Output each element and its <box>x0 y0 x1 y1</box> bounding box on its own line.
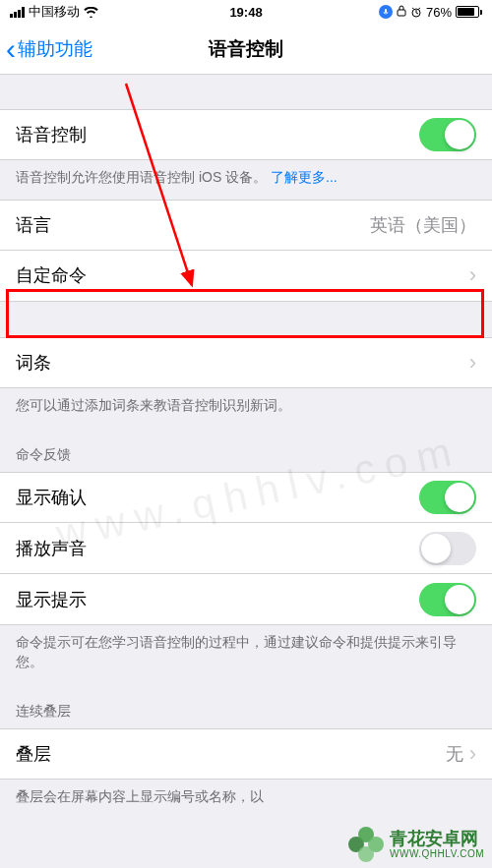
custom-commands-row[interactable]: 自定命令 › <box>0 251 492 302</box>
play-sound-row[interactable]: 播放声音 <box>0 523 492 574</box>
show-confirm-label: 显示确认 <box>16 486 87 509</box>
chevron-right-icon: › <box>469 350 476 376</box>
voice-control-row[interactable]: 语音控制 <box>0 109 492 160</box>
language-row[interactable]: 语言 英语（美国） <box>0 200 492 251</box>
voice-control-label: 语音控制 <box>16 123 87 146</box>
show-hints-switch[interactable] <box>419 583 476 616</box>
vocabulary-label: 词条 <box>16 351 51 375</box>
page-title: 语音控制 <box>209 36 283 62</box>
overlay-label: 叠层 <box>16 742 51 766</box>
show-confirm-row[interactable]: 显示确认 <box>0 472 492 523</box>
learn-more-link[interactable]: 了解更多... <box>271 169 338 185</box>
chevron-right-icon: › <box>469 262 476 288</box>
svg-rect-0 <box>385 9 387 13</box>
status-time: 19:48 <box>229 5 262 20</box>
custom-commands-label: 自定命令 <box>16 263 87 287</box>
overlay-value: 无 <box>446 742 463 766</box>
battery-icon <box>456 6 482 18</box>
show-confirm-switch[interactable] <box>419 481 476 514</box>
brand-url: WWW.QHHLV.COM <box>390 848 484 859</box>
overlay-header: 连续叠层 <box>0 683 492 728</box>
play-sound-switch[interactable] <box>419 532 476 565</box>
vocabulary-row[interactable]: 词条 › <box>0 337 492 388</box>
nav-bar: ‹ 辅助功能 语音控制 <box>0 24 492 75</box>
mic-indicator-icon <box>379 5 393 19</box>
vocabulary-desc: 您可以通过添加词条来教语音控制识别新词。 <box>0 388 492 428</box>
show-hints-label: 显示提示 <box>16 588 87 611</box>
status-right: 76% <box>379 5 482 20</box>
carrier-label: 中国移动 <box>29 3 80 21</box>
overlay-desc: 叠层会在屏幕内容上显示编号或名称，以 <box>0 780 492 819</box>
lock-icon <box>397 5 406 20</box>
wifi-icon <box>84 7 98 18</box>
language-label: 语言 <box>16 213 51 237</box>
chevron-left-icon: ‹ <box>6 34 16 64</box>
show-hints-row[interactable]: 显示提示 <box>0 574 492 625</box>
svg-rect-1 <box>398 10 405 16</box>
back-label: 辅助功能 <box>18 36 92 62</box>
show-hints-desc: 命令提示可在您学习语音控制的过程中，通过建议命令和提供提示来引导您。 <box>0 625 492 683</box>
battery-pct: 76% <box>426 5 452 20</box>
brand-logo-icon <box>348 827 384 862</box>
brand-name: 青花安卓网 <box>390 830 484 849</box>
overlay-row[interactable]: 叠层 无 › <box>0 728 492 780</box>
voice-control-switch[interactable] <box>419 118 476 151</box>
back-button[interactable]: ‹ 辅助功能 <box>0 34 92 64</box>
brand-badge: 青花安卓网 WWW.QHHLV.COM <box>348 827 484 862</box>
play-sound-label: 播放声音 <box>16 537 87 560</box>
alarm-icon <box>410 6 422 18</box>
signal-icon <box>10 7 25 18</box>
language-value: 英语（美国） <box>370 213 476 237</box>
status-bar: 中国移动 19:48 76% <box>0 0 492 24</box>
voice-control-desc: 语音控制允许您使用语音控制 iOS 设备。 了解更多... <box>0 160 492 200</box>
status-left: 中国移动 <box>10 3 98 21</box>
chevron-right-icon: › <box>469 741 476 767</box>
feedback-header: 命令反馈 <box>0 427 492 472</box>
